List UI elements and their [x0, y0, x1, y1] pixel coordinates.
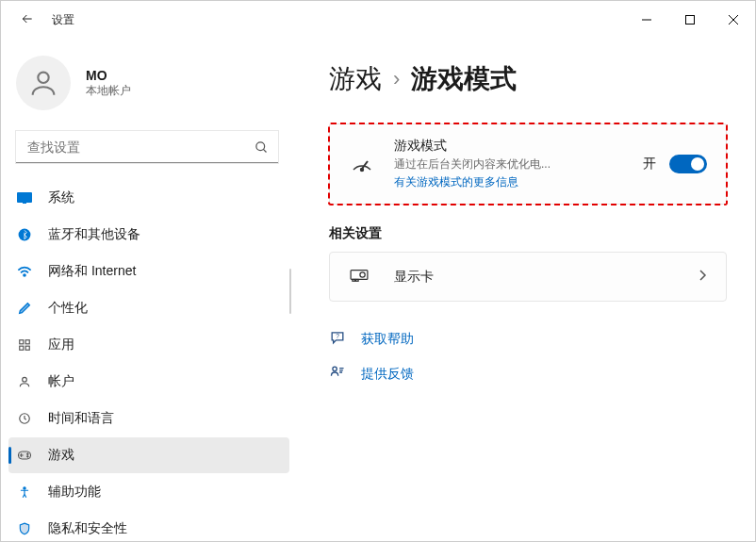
- game-mode-description: 通过在后台关闭内容来优化电...: [394, 156, 643, 172]
- svg-rect-11: [20, 340, 24, 344]
- game-mode-title: 游戏模式: [394, 138, 643, 155]
- chevron-right-icon: [698, 269, 707, 285]
- sidebar-item-label: 网络和 Internet: [48, 263, 136, 280]
- svg-rect-25: [355, 279, 358, 281]
- window-controls: [625, 5, 755, 35]
- search-input[interactable]: [16, 131, 278, 163]
- get-help-link[interactable]: ? 获取帮助: [329, 330, 727, 348]
- user-type: 本地帐户: [86, 83, 131, 99]
- svg-point-5: [256, 141, 265, 150]
- svg-point-27: [333, 367, 337, 370]
- give-feedback-link[interactable]: 提供反馈: [329, 365, 727, 383]
- feedback-icon: [329, 365, 346, 383]
- sidebar-item-label: 辅助功能: [48, 484, 101, 501]
- svg-rect-24: [353, 279, 355, 281]
- sidebar-nav: 系统 蓝牙和其他设备 网络和 Internet 个性化 应用 帐户: [8, 180, 293, 542]
- shield-icon: [16, 520, 33, 537]
- minimize-button[interactable]: [625, 5, 668, 35]
- sidebar-item-label: 个性化: [48, 300, 88, 317]
- speedometer-icon: [349, 155, 375, 173]
- give-feedback-label: 提供反馈: [361, 366, 414, 383]
- gpu-icon: [349, 268, 375, 286]
- svg-rect-12: [25, 340, 29, 344]
- sidebar-item-system[interactable]: 系统: [8, 180, 289, 216]
- display-card-link[interactable]: 显示卡: [329, 252, 727, 302]
- svg-line-6: [263, 149, 266, 152]
- sidebar-item-label: 系统: [48, 189, 74, 206]
- get-help-label: 获取帮助: [361, 331, 414, 348]
- sidebar-item-personalization[interactable]: 个性化: [8, 290, 289, 326]
- sidebar-item-network[interactable]: 网络和 Internet: [8, 254, 289, 289]
- sidebar-item-label: 蓝牙和其他设备: [48, 226, 140, 243]
- sidebar-item-accessibility[interactable]: 辅助功能: [8, 474, 289, 510]
- svg-point-15: [23, 377, 27, 382]
- sidebar-item-time-language[interactable]: 时间和语言: [8, 401, 289, 436]
- avatar: [16, 56, 71, 110]
- svg-rect-1: [686, 16, 695, 25]
- sidebar-item-privacy[interactable]: 隐私和安全性: [8, 511, 289, 542]
- grid-icon: [16, 337, 33, 353]
- main-content: 游戏 › 游戏模式 游戏模式 通过在后台关闭内容来优化电... 有关游戏模式的更…: [293, 39, 755, 542]
- title-bar: 设置: [1, 1, 755, 39]
- svg-text:?: ?: [336, 333, 339, 339]
- display-card-label: 显示卡: [394, 269, 698, 286]
- breadcrumb-current: 游戏模式: [411, 61, 517, 97]
- sidebar-item-label: 隐私和安全性: [48, 520, 127, 537]
- chevron-right-icon: ›: [393, 67, 400, 91]
- breadcrumb: 游戏 › 游戏模式: [329, 61, 727, 97]
- related-settings-title: 相关设置: [329, 225, 727, 242]
- svg-rect-8: [23, 203, 26, 204]
- svg-point-21: [361, 169, 364, 172]
- search-icon[interactable]: [255, 131, 269, 163]
- window-title: 设置: [52, 12, 74, 28]
- breadcrumb-parent[interactable]: 游戏: [329, 61, 382, 97]
- sidebar-scrollbar[interactable]: [287, 39, 293, 542]
- sidebar-item-label: 游戏: [48, 447, 74, 464]
- game-mode-toggle[interactable]: [669, 155, 707, 173]
- wifi-icon: [16, 263, 33, 280]
- sidebar-item-label: 帐户: [48, 373, 74, 390]
- svg-rect-13: [20, 346, 24, 350]
- sidebar-item-label: 应用: [48, 337, 74, 353]
- svg-rect-14: [25, 346, 29, 350]
- sidebar-item-apps[interactable]: 应用: [8, 327, 289, 363]
- toggle-state-label: 开: [643, 156, 656, 172]
- close-button[interactable]: [712, 5, 755, 35]
- bluetooth-icon: [16, 226, 33, 243]
- svg-point-19: [27, 456, 29, 458]
- user-block[interactable]: MO 本地帐户: [8, 39, 293, 127]
- sidebar-item-label: 时间和语言: [48, 410, 114, 427]
- svg-point-23: [360, 272, 365, 277]
- svg-point-18: [27, 453, 29, 455]
- svg-point-20: [24, 487, 25, 489]
- user-name: MO: [86, 68, 131, 83]
- game-mode-more-link[interactable]: 有关游戏模式的更多信息: [394, 174, 643, 190]
- svg-point-4: [38, 73, 48, 83]
- sidebar: MO 本地帐户 系统 蓝牙和其他设备 网络和 Internet: [1, 39, 293, 542]
- svg-rect-7: [17, 192, 32, 203]
- person-icon: [16, 373, 33, 390]
- sidebar-item-gaming[interactable]: 游戏: [8, 437, 289, 473]
- game-mode-card: 游戏模式 通过在后台关闭内容来优化电... 有关游戏模式的更多信息 开: [329, 123, 727, 205]
- back-icon[interactable]: [20, 11, 35, 29]
- accessibility-icon: [16, 484, 33, 501]
- sidebar-item-bluetooth[interactable]: 蓝牙和其他设备: [8, 217, 289, 253]
- display-icon: [16, 189, 33, 206]
- sidebar-item-accounts[interactable]: 帐户: [8, 364, 289, 400]
- svg-point-10: [24, 274, 25, 276]
- gamepad-icon: [16, 447, 33, 464]
- maximize-button[interactable]: [668, 5, 712, 35]
- help-icon: ?: [329, 330, 346, 348]
- brush-icon: [16, 300, 33, 317]
- clock-icon: [16, 410, 33, 427]
